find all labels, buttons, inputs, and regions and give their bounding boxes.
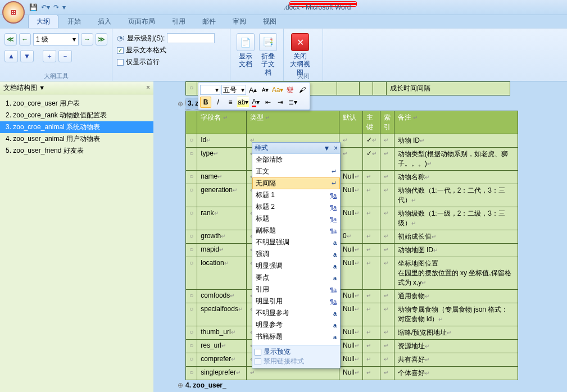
qat-customize-icon[interactable]: ▾ <box>62 3 66 11</box>
style-item[interactable]: 副标题¶a <box>252 225 340 236</box>
cell-idx[interactable]: ↵ <box>380 244 394 257</box>
outline-plus-icon[interactable]: ⊕ <box>175 98 185 110</box>
cell-field[interactable]: thumb_url↵ <box>197 326 247 340</box>
cell-note[interactable]: 动物专属食物（专属食物 json 格式：对应食物 id）↵ <box>394 303 518 326</box>
style-item[interactable]: 明显参考a <box>252 319 340 331</box>
cell-field[interactable]: res_url↵ <box>197 340 247 353</box>
shrink-font-icon[interactable]: A▾ <box>260 84 271 95</box>
cell-idx[interactable]: ↵ <box>380 353 394 367</box>
cell-default[interactable]: Null↵ <box>339 171 362 184</box>
nav-close-icon[interactable]: × <box>146 84 150 92</box>
cell-idx[interactable]: ↵ <box>380 207 394 230</box>
style-item[interactable]: 标题 1¶a <box>252 189 340 201</box>
cell-idx[interactable]: ↵ <box>380 340 394 353</box>
style-item[interactable]: 引用¶a <box>252 284 340 295</box>
cell-default[interactable]: ↵ <box>339 134 362 148</box>
cell-field[interactable]: location↵ <box>197 257 247 290</box>
style-item[interactable]: 正文↵ <box>252 166 340 177</box>
tab-page-layout[interactable]: 页面布局 <box>120 15 163 28</box>
cell-type[interactable]: ↵ <box>246 367 339 380</box>
tab-references[interactable]: 引用 <box>164 15 193 28</box>
cell-field[interactable]: name↵ <box>197 171 247 184</box>
nav-item[interactable]: 4. zoo_user_animal 用户动物表 <box>0 133 153 145</box>
cell-pk[interactable]: ↵ <box>362 171 380 184</box>
mini-size-combo[interactable]: 五号▾ <box>221 85 246 95</box>
cell-note[interactable]: 共有喜好↵ <box>394 353 518 367</box>
cell-note[interactable]: 动物级数（1:一级，2：二级，3：三级）↵ <box>394 207 518 230</box>
cell-field[interactable]: specialfoods↵ <box>197 303 247 326</box>
cell-pk[interactable]: ↵ <box>362 340 380 353</box>
bold-button[interactable]: B <box>200 97 211 108</box>
cell-field[interactable]: type↵ <box>197 148 247 171</box>
nav-dropdown-icon[interactable]: ▼ <box>39 84 45 91</box>
cell-pk[interactable]: ↵ <box>362 244 380 257</box>
cell-note[interactable]: 缩略/预览图地址↵ <box>394 326 518 340</box>
outline-plus-icon[interactable]: ⊕ <box>175 381 185 389</box>
cell-idx[interactable]: ↵ <box>380 303 394 326</box>
cell-field[interactable]: generation↵ <box>197 184 247 207</box>
cell-idx[interactable]: ↵ <box>380 367 394 380</box>
cell-note[interactable]: 动物类型(根据动物系别，如老虎、狮子。。。)↵ <box>394 148 518 171</box>
phonetic-guide-icon[interactable]: 變 <box>284 84 296 95</box>
nav-item[interactable]: 3. zoo_croe_animal 系统动物表 <box>0 121 153 133</box>
cell-field[interactable]: singleprefer↵ <box>197 367 247 380</box>
align-center-icon[interactable]: ≡ <box>225 97 236 108</box>
style-item[interactable]: 无间隔↵ <box>252 177 340 189</box>
change-case-icon[interactable]: Aa▾ <box>272 84 283 95</box>
collapse-subdoc-button[interactable]: 📑 折叠 子文档 <box>257 31 279 79</box>
cell-note[interactable]: 动物 ID↵ <box>394 134 518 148</box>
cell-idx[interactable]: ↵ <box>380 257 394 290</box>
styles-close-icon[interactable]: × <box>334 144 338 152</box>
move-down-button[interactable]: ▼ <box>20 50 34 62</box>
cell-default[interactable]: Null↵ <box>339 367 362 380</box>
nav-item[interactable]: 5. zoo_user_friend 好友表 <box>0 145 153 157</box>
cell-pk[interactable]: ↵ <box>362 290 380 303</box>
cell-note[interactable]: 个体喜好↵ <box>394 367 518 380</box>
tab-view[interactable]: 视图 <box>255 15 284 28</box>
disable-linked-checkbox[interactable]: 禁用链接样式 <box>255 357 338 366</box>
cell-pk[interactable]: ↵ <box>362 326 380 340</box>
italic-button[interactable]: I <box>212 97 224 108</box>
format-painter-icon[interactable]: 🖌 <box>297 84 308 95</box>
style-item[interactable]: 明显强调a <box>252 260 340 272</box>
cell-field[interactable]: comprefer↵ <box>197 353 247 367</box>
cell-field[interactable]: comfoods↵ <box>197 290 247 303</box>
promote-to-h1-button[interactable]: ≪ <box>4 33 17 45</box>
cell-pk[interactable]: ↵ <box>362 207 380 230</box>
nav-item[interactable]: 2. zoo_core_rank 动物数值配置表 <box>0 110 153 121</box>
cell-idx[interactable]: ↵ <box>380 326 394 340</box>
cell-note[interactable]: 坐标地图位置在园里的摆放位置的 xy 坐标值,保留格式为 x,y↵ <box>394 257 518 290</box>
cell-idx[interactable]: ↵ <box>380 148 394 171</box>
promote-button[interactable]: ← <box>19 33 31 45</box>
qat-undo-icon[interactable]: ↶▾ <box>41 3 50 11</box>
show-document-button[interactable]: 📄 显示 文档 <box>235 31 256 79</box>
tab-mailings[interactable]: 邮件 <box>194 15 224 28</box>
cell-default[interactable]: Null↵ <box>339 184 362 207</box>
outline-level-combo[interactable]: 1 级▾ <box>33 33 79 45</box>
cell-field[interactable]: growth↵ <box>197 230 247 244</box>
cell-pk[interactable]: ↵ <box>362 230 380 244</box>
cell-pk[interactable]: ✓↵ <box>362 134 380 148</box>
cell-note[interactable]: 动物地图 ID↵ <box>394 244 518 257</box>
collapse-button[interactable]: － <box>58 50 72 62</box>
show-first-line-checkbox[interactable] <box>117 59 124 66</box>
cell-pk[interactable]: ✓↵ <box>362 148 380 171</box>
cell-default[interactable]: Null↵ <box>339 340 362 353</box>
style-item[interactable]: 不明显强调a <box>252 236 340 248</box>
tab-review[interactable]: 审阅 <box>225 15 254 28</box>
style-item[interactable]: 不明显参考a <box>252 307 340 319</box>
cell-default[interactable]: 0↵ <box>339 230 362 244</box>
qat-redo-icon[interactable]: ↷ <box>53 3 59 11</box>
expand-button[interactable]: ＋ <box>43 50 56 62</box>
demote-to-body-button[interactable]: ≫ <box>96 33 108 45</box>
cell-field[interactable]: mapid↵ <box>197 244 247 257</box>
cell-note[interactable]: 资源地址↵ <box>394 340 518 353</box>
cell-pk[interactable]: ↵ <box>362 184 380 207</box>
cell-note[interactable]: 通用食物↵ <box>394 290 518 303</box>
show-text-format-checkbox[interactable] <box>117 47 124 54</box>
cell-default[interactable]: Null↵ <box>339 257 362 290</box>
styles-dropdown-icon[interactable]: ▼ <box>323 144 330 152</box>
cell-idx[interactable]: ↵ <box>380 184 394 207</box>
mini-font-combo[interactable]: ▾ <box>200 85 220 95</box>
cell-idx[interactable]: ↵ <box>380 290 394 303</box>
